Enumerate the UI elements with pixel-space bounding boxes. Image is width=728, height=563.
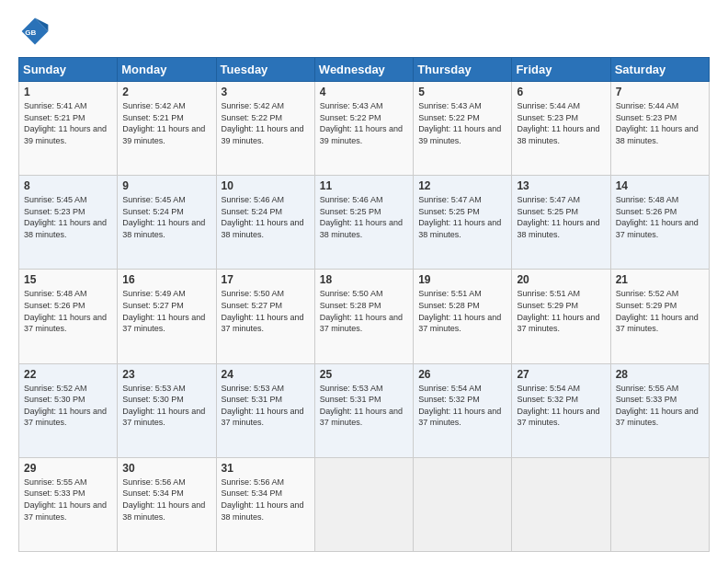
day-info: Sunrise: 5:42 AMSunset: 5:21 PMDaylight:… (122, 101, 205, 145)
day-number: 9 (122, 179, 210, 192)
calendar-cell (610, 457, 709, 551)
day-number: 14 (616, 179, 704, 192)
day-number: 26 (418, 368, 506, 381)
calendar-cell: 15Sunrise: 5:48 AMSunset: 5:26 PMDayligh… (19, 270, 118, 363)
calendar-table: SundayMondayTuesdayWednesdayThursdayFrid… (18, 57, 710, 552)
calendar-cell: 29Sunrise: 5:55 AMSunset: 5:33 PMDayligh… (19, 457, 118, 551)
day-number: 1 (24, 86, 112, 98)
calendar-cell: 4Sunrise: 5:43 AMSunset: 5:22 PMDaylight… (314, 82, 413, 176)
calendar-cell: 14Sunrise: 5:48 AMSunset: 5:26 PMDayligh… (610, 176, 709, 270)
day-info: Sunrise: 5:46 AMSunset: 5:24 PMDaylight:… (222, 195, 304, 239)
day-info: Sunrise: 5:46 AMSunset: 5:25 PMDaylight:… (320, 195, 403, 239)
day-number: 6 (517, 86, 605, 98)
calendar-cell: 25Sunrise: 5:53 AMSunset: 5:31 PMDayligh… (314, 363, 413, 457)
day-info: Sunrise: 5:42 AMSunset: 5:22 PMDaylight:… (222, 101, 304, 145)
calendar-cell: 3Sunrise: 5:42 AMSunset: 5:22 PMDaylight… (216, 82, 314, 176)
day-info: Sunrise: 5:44 AMSunset: 5:23 PMDaylight:… (616, 101, 699, 145)
day-info: Sunrise: 5:43 AMSunset: 5:22 PMDaylight:… (320, 101, 403, 145)
calendar-week-row: 22Sunrise: 5:52 AMSunset: 5:30 PMDayligh… (19, 363, 710, 457)
day-info: Sunrise: 5:54 AMSunset: 5:32 PMDaylight:… (517, 384, 599, 428)
day-info: Sunrise: 5:48 AMSunset: 5:26 PMDaylight:… (616, 195, 699, 239)
calendar-cell: 24Sunrise: 5:53 AMSunset: 5:31 PMDayligh… (216, 363, 314, 457)
day-number: 10 (222, 179, 310, 192)
logo: GB (18, 15, 55, 48)
calendar-cell: 27Sunrise: 5:54 AMSunset: 5:32 PMDayligh… (512, 363, 610, 457)
logo-icon: GB (18, 15, 51, 48)
day-number: 27 (517, 368, 605, 381)
header: GB (18, 15, 710, 48)
calendar-cell: 11Sunrise: 5:46 AMSunset: 5:25 PMDayligh… (314, 176, 413, 270)
day-info: Sunrise: 5:53 AMSunset: 5:30 PMDaylight:… (122, 384, 205, 428)
day-number: 31 (222, 462, 310, 475)
calendar-header-thursday: Thursday (414, 58, 512, 82)
day-info: Sunrise: 5:51 AMSunset: 5:28 PMDaylight:… (418, 289, 501, 333)
calendar-cell: 23Sunrise: 5:53 AMSunset: 5:30 PMDayligh… (118, 363, 216, 457)
calendar-header-saturday: Saturday (610, 58, 709, 82)
day-number: 28 (616, 368, 704, 381)
day-info: Sunrise: 5:47 AMSunset: 5:25 PMDaylight:… (418, 195, 501, 239)
calendar-cell (512, 457, 610, 551)
day-number: 20 (517, 273, 605, 286)
calendar-cell: 26Sunrise: 5:54 AMSunset: 5:32 PMDayligh… (414, 363, 512, 457)
day-info: Sunrise: 5:44 AMSunset: 5:23 PMDaylight:… (517, 101, 599, 145)
day-info: Sunrise: 5:56 AMSunset: 5:34 PMDaylight:… (122, 477, 205, 522)
calendar-header-wednesday: Wednesday (314, 58, 413, 82)
svg-text:GB: GB (25, 29, 36, 37)
day-info: Sunrise: 5:49 AMSunset: 5:27 PMDaylight:… (122, 289, 205, 333)
day-number: 29 (24, 462, 112, 475)
calendar-week-row: 1Sunrise: 5:41 AMSunset: 5:21 PMDaylight… (19, 82, 710, 176)
day-number: 7 (616, 86, 704, 98)
calendar-cell: 2Sunrise: 5:42 AMSunset: 5:21 PMDaylight… (118, 82, 216, 176)
calendar-cell: 18Sunrise: 5:50 AMSunset: 5:28 PMDayligh… (314, 270, 413, 363)
day-number: 17 (222, 273, 310, 286)
day-number: 5 (418, 86, 506, 98)
day-info: Sunrise: 5:45 AMSunset: 5:24 PMDaylight:… (122, 195, 205, 239)
day-number: 18 (320, 273, 408, 286)
calendar-cell: 30Sunrise: 5:56 AMSunset: 5:34 PMDayligh… (118, 457, 216, 551)
calendar-cell: 9Sunrise: 5:45 AMSunset: 5:24 PMDaylight… (118, 176, 216, 270)
calendar-cell (414, 457, 512, 551)
calendar-week-row: 15Sunrise: 5:48 AMSunset: 5:26 PMDayligh… (19, 270, 710, 363)
day-info: Sunrise: 5:43 AMSunset: 5:22 PMDaylight:… (418, 101, 501, 145)
day-number: 23 (122, 368, 210, 381)
day-info: Sunrise: 5:55 AMSunset: 5:33 PMDaylight:… (616, 384, 699, 428)
calendar-cell: 17Sunrise: 5:50 AMSunset: 5:27 PMDayligh… (216, 270, 314, 363)
calendar-cell: 19Sunrise: 5:51 AMSunset: 5:28 PMDayligh… (414, 270, 512, 363)
day-number: 15 (24, 273, 112, 286)
day-number: 25 (320, 368, 408, 381)
calendar-cell: 20Sunrise: 5:51 AMSunset: 5:29 PMDayligh… (512, 270, 610, 363)
day-info: Sunrise: 5:47 AMSunset: 5:25 PMDaylight:… (517, 195, 599, 239)
calendar-cell: 5Sunrise: 5:43 AMSunset: 5:22 PMDaylight… (414, 82, 512, 176)
calendar-header-tuesday: Tuesday (216, 58, 314, 82)
calendar-cell: 13Sunrise: 5:47 AMSunset: 5:25 PMDayligh… (512, 176, 610, 270)
day-number: 22 (24, 368, 112, 381)
day-info: Sunrise: 5:51 AMSunset: 5:29 PMDaylight:… (517, 289, 599, 333)
day-info: Sunrise: 5:45 AMSunset: 5:23 PMDaylight:… (24, 195, 107, 239)
day-info: Sunrise: 5:52 AMSunset: 5:30 PMDaylight:… (24, 384, 107, 428)
day-info: Sunrise: 5:53 AMSunset: 5:31 PMDaylight:… (222, 384, 304, 428)
calendar-header-sunday: Sunday (19, 58, 118, 82)
calendar-week-row: 8Sunrise: 5:45 AMSunset: 5:23 PMDaylight… (19, 176, 710, 270)
day-info: Sunrise: 5:48 AMSunset: 5:26 PMDaylight:… (24, 289, 107, 333)
calendar-cell: 31Sunrise: 5:56 AMSunset: 5:34 PMDayligh… (216, 457, 314, 551)
calendar-cell: 1Sunrise: 5:41 AMSunset: 5:21 PMDaylight… (19, 82, 118, 176)
calendar-cell: 10Sunrise: 5:46 AMSunset: 5:24 PMDayligh… (216, 176, 314, 270)
day-number: 30 (122, 462, 210, 475)
day-number: 8 (24, 179, 112, 192)
day-number: 24 (222, 368, 310, 381)
day-info: Sunrise: 5:41 AMSunset: 5:21 PMDaylight:… (24, 101, 107, 145)
day-info: Sunrise: 5:52 AMSunset: 5:29 PMDaylight:… (616, 289, 699, 333)
day-number: 11 (320, 179, 408, 192)
day-info: Sunrise: 5:56 AMSunset: 5:34 PMDaylight:… (222, 477, 304, 522)
day-number: 4 (320, 86, 408, 98)
calendar-cell: 28Sunrise: 5:55 AMSunset: 5:33 PMDayligh… (610, 363, 709, 457)
calendar-cell: 21Sunrise: 5:52 AMSunset: 5:29 PMDayligh… (610, 270, 709, 363)
calendar-cell: 7Sunrise: 5:44 AMSunset: 5:23 PMDaylight… (610, 82, 709, 176)
calendar-header-row: SundayMondayTuesdayWednesdayThursdayFrid… (19, 58, 710, 82)
day-number: 19 (418, 273, 506, 286)
day-number: 3 (222, 86, 310, 98)
day-number: 16 (122, 273, 210, 286)
calendar-week-row: 29Sunrise: 5:55 AMSunset: 5:33 PMDayligh… (19, 457, 710, 551)
day-info: Sunrise: 5:50 AMSunset: 5:27 PMDaylight:… (222, 289, 304, 333)
day-number: 12 (418, 179, 506, 192)
